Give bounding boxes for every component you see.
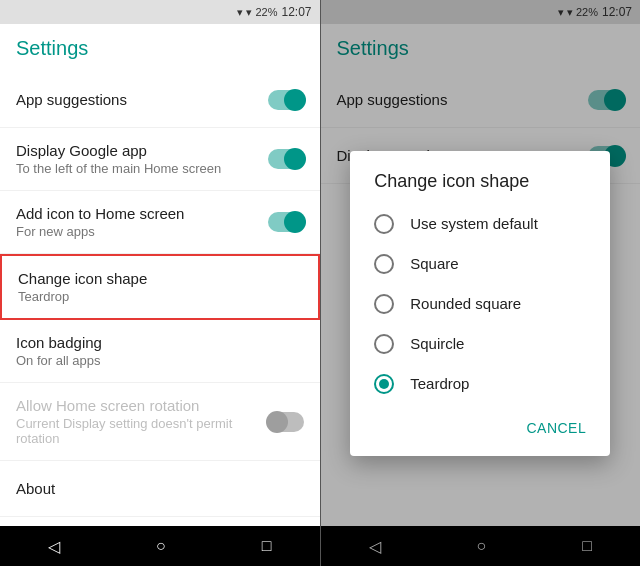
option-square-label: Square xyxy=(410,255,458,272)
option-rounded-square[interactable]: Rounded square xyxy=(350,284,610,324)
toggle-knob xyxy=(284,211,306,233)
change-icon-shape-item[interactable]: Change icon shape Teardrop xyxy=(0,254,320,320)
add-icon-text: Add icon to Home screen For new apps xyxy=(16,205,268,239)
radio-teardrop xyxy=(374,374,394,394)
left-settings-list: App suggestions Display Google app To th… xyxy=(0,72,320,526)
app-suggestions-item[interactable]: App suggestions xyxy=(0,72,320,128)
about-text: About xyxy=(16,480,304,497)
left-settings-title: Settings xyxy=(16,37,88,60)
app-suggestions-toggle[interactable] xyxy=(268,90,304,110)
option-teardrop[interactable]: Teardrop xyxy=(350,364,610,404)
add-icon-title: Add icon to Home screen xyxy=(16,205,268,222)
wifi-icon: ▾ xyxy=(237,6,243,19)
dialog-overlay: Change icon shape Use system default Squ… xyxy=(321,0,641,566)
toggle-knob xyxy=(284,89,306,111)
add-icon-item[interactable]: Add icon to Home screen For new apps xyxy=(0,191,320,254)
change-icon-shape-dialog: Change icon shape Use system default Squ… xyxy=(350,151,610,456)
radio-square xyxy=(374,254,394,274)
right-panel: ▾ ▾ 22% 12:07 Settings App suggestions D… xyxy=(321,0,641,566)
toggle-knob xyxy=(284,148,306,170)
add-icon-toggle[interactable] xyxy=(268,212,304,232)
icon-badging-text: Icon badging On for all apps xyxy=(16,334,304,368)
dialog-title: Change icon shape xyxy=(350,151,610,204)
cancel-button[interactable]: CANCEL xyxy=(518,412,594,444)
home-rotation-text: Allow Home screen rotation Current Displ… xyxy=(16,397,268,446)
option-squircle-label: Squircle xyxy=(410,335,464,352)
display-google-app-text: Display Google app To the left of the ma… xyxy=(16,142,268,176)
home-button[interactable]: ○ xyxy=(156,537,166,555)
home-rotation-item: Allow Home screen rotation Current Displ… xyxy=(0,383,320,461)
app-suggestions-title: App suggestions xyxy=(16,91,268,108)
icon-badging-subtitle: On for all apps xyxy=(16,353,304,368)
option-squircle[interactable]: Squircle xyxy=(350,324,610,364)
option-use-system-default-label: Use system default xyxy=(410,215,538,232)
recents-button[interactable]: □ xyxy=(262,537,272,555)
change-icon-shape-title: Change icon shape xyxy=(18,270,302,287)
option-teardrop-label: Teardrop xyxy=(410,375,469,392)
time-display: 12:07 xyxy=(281,5,311,19)
home-rotation-subtitle: Current Display setting doesn't permit r… xyxy=(16,416,268,446)
option-rounded-square-label: Rounded square xyxy=(410,295,521,312)
toggle-knob xyxy=(266,411,288,433)
option-use-system-default[interactable]: Use system default xyxy=(350,204,610,244)
battery-percent: 22% xyxy=(255,6,277,18)
display-google-toggle[interactable] xyxy=(268,149,304,169)
change-icon-shape-subtitle: Teardrop xyxy=(18,289,302,304)
radio-squircle xyxy=(374,334,394,354)
status-icons: ▾ ▾ 22% xyxy=(237,6,277,19)
icon-badging-title: Icon badging xyxy=(16,334,304,351)
dialog-actions: CANCEL xyxy=(350,404,610,448)
display-google-app-title: Display Google app xyxy=(16,142,268,159)
about-title: About xyxy=(16,480,304,497)
add-icon-subtitle: For new apps xyxy=(16,224,268,239)
radio-teardrop-inner xyxy=(379,379,389,389)
left-app-header: Settings xyxy=(0,24,320,72)
radio-use-system-default xyxy=(374,214,394,234)
display-google-app-subtitle: To the left of the main Home screen xyxy=(16,161,268,176)
back-button[interactable]: ◁ xyxy=(48,537,60,556)
left-status-bar: ▾ ▾ 22% 12:07 xyxy=(0,0,320,24)
app-suggestions-text: App suggestions xyxy=(16,91,268,108)
home-rotation-toggle xyxy=(268,412,304,432)
display-google-app-item[interactable]: Display Google app To the left of the ma… xyxy=(0,128,320,191)
icon-badging-item[interactable]: Icon badging On for all apps xyxy=(0,320,320,383)
option-square[interactable]: Square xyxy=(350,244,610,284)
signal-icon: ▾ xyxy=(246,6,252,19)
home-rotation-title: Allow Home screen rotation xyxy=(16,397,268,414)
change-icon-shape-text: Change icon shape Teardrop xyxy=(18,270,302,304)
radio-rounded-square xyxy=(374,294,394,314)
left-nav-bar: ◁ ○ □ xyxy=(0,526,320,566)
about-item[interactable]: About xyxy=(0,461,320,517)
left-panel: ▾ ▾ 22% 12:07 Settings App suggestions D… xyxy=(0,0,320,566)
